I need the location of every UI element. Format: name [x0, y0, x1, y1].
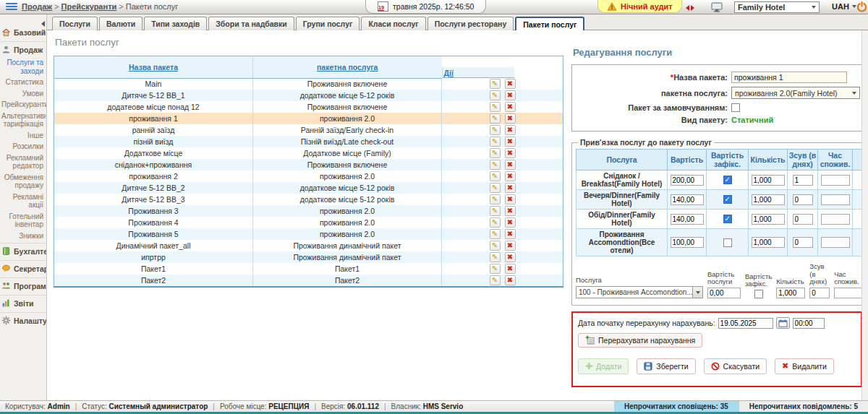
cost-input[interactable] — [671, 214, 704, 225]
recalculate-button[interactable]: Перерахувати нарахування — [578, 333, 702, 348]
tab-currencies[interactable]: Валюти — [99, 17, 142, 30]
add-cost-input[interactable] — [707, 288, 741, 298]
sidebar-item[interactable]: Готельний інвентар — [0, 211, 46, 230]
sidebar-section-sales[interactable]: Продаж — [0, 41, 46, 57]
sidebar-section-secretary[interactable]: Секретар — [0, 260, 46, 276]
consume-time-input[interactable] — [821, 214, 850, 225]
table-row[interactable]: Проживання 3проживання 2.0✎✖ — [54, 205, 563, 217]
quantity-input[interactable] — [752, 237, 785, 248]
delete-row-button[interactable]: ✖ — [505, 137, 516, 147]
table-row[interactable]: Дитяче 5-12 ВВ_1додаткове місце 5-12 рок… — [54, 90, 563, 101]
shift-days-input[interactable] — [793, 237, 813, 248]
table-row[interactable]: пізній виїздПізній виїзд/Late check-out✎… — [54, 136, 563, 147]
breadcrumb-link-pricelists[interactable]: Прейскуранти — [61, 2, 117, 11]
package-name-input[interactable] — [731, 72, 847, 83]
table-row[interactable]: сніданок+проживанняПроживання включене✎✖ — [54, 159, 563, 171]
edit-button[interactable]: ✎ — [490, 79, 501, 89]
quantity-input[interactable] — [752, 175, 785, 186]
edit-button[interactable]: ✎ — [490, 125, 501, 135]
tab-restaurant-services[interactable]: Послуги ресторану — [427, 17, 514, 30]
add-time-input[interactable] — [834, 288, 863, 298]
default-package-checkbox[interactable] — [731, 103, 740, 112]
delete-row-button[interactable]: ✖ — [505, 275, 516, 285]
col-header-package-name[interactable]: Назва пакета — [129, 63, 178, 72]
delete-row-button[interactable]: ✖ — [505, 113, 516, 124]
table-row[interactable]: Додаткове місцеДодаткове місце (Family)✎… — [54, 147, 563, 159]
calendar-button[interactable] — [776, 317, 790, 329]
table-row[interactable]: проживання 2проживання 2.0✎✖ — [54, 171, 563, 182]
recalc-date-input[interactable] — [718, 318, 773, 329]
edit-button[interactable]: ✎ — [490, 148, 501, 158]
delete-button[interactable]: ✖Видалити — [775, 358, 834, 374]
edit-button[interactable]: ✎ — [490, 137, 501, 147]
delete-row-button[interactable]: ✖ — [505, 217, 516, 228]
delete-row-button[interactable]: ✖ — [505, 183, 516, 193]
save-button[interactable]: Зберегти — [637, 358, 695, 374]
cancel-button[interactable]: Скасувати — [704, 358, 767, 374]
date-widget[interactable]: 19 травня 2025р. 12:46:50 — [365, 0, 486, 14]
edit-button[interactable]: ✎ — [490, 183, 501, 193]
table-row[interactable]: проживання 1проживання 2.0✎✖ — [54, 113, 563, 124]
col-header-package-service[interactable]: пакетна послуга — [317, 63, 378, 72]
sidebar-item[interactable]: Статистика — [0, 77, 46, 88]
cost-input[interactable] — [671, 175, 704, 186]
edit-button[interactable]: ✎ — [490, 206, 501, 216]
table-row[interactable]: MainПроживання включене✎✖ — [54, 78, 563, 90]
consume-time-input[interactable] — [821, 194, 850, 205]
edit-button[interactable]: ✎ — [490, 264, 501, 274]
sidebar-item[interactable]: Прейскуранти — [0, 99, 46, 111]
edit-button[interactable]: ✎ — [490, 275, 501, 285]
table-row[interactable]: ранній заїздРанній заїзд/Early check-in✎… — [54, 124, 563, 136]
delete-row-button[interactable]: ✖ — [505, 125, 516, 135]
sidebar-collapse-button[interactable] — [41, 21, 45, 27]
shift-days-input[interactable] — [793, 214, 813, 225]
delete-row-button[interactable]: ✖ — [505, 229, 516, 239]
edit-button[interactable]: ✎ — [490, 217, 501, 228]
menu-icon[interactable] — [6, 3, 17, 12]
quantity-input[interactable] — [752, 214, 785, 225]
notifications-badge[interactable]: Непрочитаних сповіщень: 35 — [614, 401, 739, 412]
sidebar-section-basic[interactable]: Базовий — [0, 25, 46, 40]
scrollbar[interactable] — [861, 30, 868, 400]
quantity-input[interactable] — [752, 194, 785, 205]
sidebar-item[interactable]: Рекламні акції — [0, 191, 46, 211]
sidebar-item[interactable]: Умови — [0, 88, 46, 100]
table-row[interactable]: Динамічний пакет_allПроживання динамічни… — [54, 240, 563, 251]
recalc-time-input[interactable] — [793, 318, 825, 329]
edit-button[interactable]: ✎ — [490, 113, 501, 124]
fixed-cost-checkbox[interactable] — [723, 238, 732, 247]
table-row[interactable]: Пакет1Пакет1✎✖ — [54, 263, 563, 275]
delete-row-button[interactable]: ✖ — [505, 264, 516, 274]
add-shift-input[interactable] — [809, 288, 830, 298]
tab-services[interactable]: Послуги — [52, 17, 98, 30]
fixed-cost-checkbox[interactable] — [723, 215, 732, 223]
tab-service-classes[interactable]: Класи послуг — [361, 17, 425, 30]
shift-days-input[interactable] — [793, 175, 813, 186]
power-button[interactable] — [856, 1, 867, 14]
fixed-cost-checkbox[interactable] — [723, 195, 732, 204]
sidebar-item[interactable]: Знижки — [0, 230, 46, 242]
table-row[interactable]: Проживання 4проживання 2.0✎✖ — [54, 217, 563, 228]
consume-time-input[interactable] — [821, 175, 850, 186]
delete-row-button[interactable]: ✖ — [505, 206, 516, 216]
table-row[interactable]: Пакет2Пакет2✎✖ — [54, 275, 563, 287]
delete-row-button[interactable]: ✖ — [505, 148, 516, 158]
breadcrumb-link-sales[interactable]: Продаж — [22, 2, 52, 11]
currency-select[interactable]: UAH — [832, 2, 856, 11]
delete-row-button[interactable]: ✖ — [505, 194, 516, 204]
add-fixed-checkbox[interactable] — [754, 290, 763, 298]
delete-row-button[interactable]: ✖ — [505, 102, 516, 112]
sidebar-item[interactable]: Розсилки — [0, 141, 46, 152]
table-row[interactable]: Проживання 5проживання 2.0✎✖ — [54, 228, 563, 240]
tab-service-packages[interactable]: Пакети послуг — [515, 17, 584, 30]
add-service-select[interactable]: 100 - Проживання Accomondtion... — [576, 286, 703, 298]
edit-button[interactable]: ✎ — [490, 229, 501, 239]
delete-row-button[interactable]: ✖ — [505, 252, 516, 262]
sidebar-section-reports[interactable]: Звіти — [0, 295, 46, 311]
switch-arrows-icon[interactable] — [686, 5, 694, 11]
add-quantity-input[interactable] — [776, 288, 805, 298]
table-row[interactable]: ипртррПроживання динамічний пакет✎✖ — [54, 251, 563, 263]
table-row[interactable]: додатеове місце понад 12Проживання включ… — [54, 101, 563, 113]
shift-days-input[interactable] — [793, 194, 813, 205]
sidebar-item[interactable]: Альтернативна тарифікація — [0, 111, 46, 130]
